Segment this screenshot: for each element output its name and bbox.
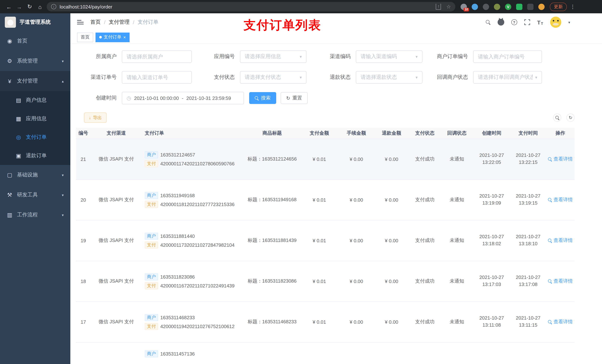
- view-detail-link[interactable]: 查看详情: [548, 319, 573, 325]
- search-button[interactable]: 搜索: [249, 92, 276, 104]
- cell-create-time: 2021-10-2713:11:08: [473, 302, 510, 342]
- date-start-value: 2021-10-01 00:00:00: [134, 95, 179, 101]
- cell-create-time: 2021-10-2713:18:02: [473, 220, 510, 261]
- sidebar-item-merchant-info[interactable]: ▤ 商户信息: [0, 91, 70, 110]
- tab-pay-order[interactable]: 支付订单 ×: [96, 32, 129, 42]
- cell-notify: 未通知: [441, 302, 473, 342]
- help-icon[interactable]: ?: [511, 19, 517, 25]
- address-bar[interactable]: i localhost:1024/pay/order ↑ ☆: [47, 2, 455, 11]
- pay-tag: 支付: [145, 160, 158, 167]
- col-refund: 退款金额: [374, 128, 409, 139]
- select-placeholder: 请选择退款状态: [361, 74, 413, 81]
- cell-actions: 查看详情: [546, 220, 575, 261]
- browser-update-button[interactable]: 更新: [550, 2, 567, 11]
- home-icon[interactable]: ⌂: [35, 3, 45, 10]
- chevron-up-icon: ▴: [62, 79, 64, 83]
- sidebar-item-label: 退款订单: [26, 152, 47, 159]
- channel-order-no-field[interactable]: [127, 74, 187, 80]
- refund-icon: ▣: [16, 152, 22, 159]
- extension-icon[interactable]: [472, 3, 478, 10]
- refund-status-select[interactable]: 请选择退款状态 ▾: [356, 71, 422, 83]
- yen-icon: ¥: [7, 78, 13, 84]
- avatar-dropdown-icon[interactable]: ▾: [568, 20, 570, 24]
- pay-no: 4200001181202110277723215336: [160, 201, 235, 207]
- sidebar-item-pay-order[interactable]: ◎ 支付订单: [0, 128, 70, 146]
- table-row: 17 微信 JSAPI 支付 商户1635311468233 支付4200001…: [76, 302, 575, 342]
- github-icon[interactable]: [497, 19, 504, 26]
- bookmark-star-icon[interactable]: ☆: [446, 4, 451, 10]
- sidebar-item-dev-tools[interactable]: ⚒ 研发工具 ▾: [0, 185, 70, 205]
- search-icon: [548, 239, 552, 242]
- col-create-time: 创建时间: [473, 128, 510, 139]
- merchant-input[interactable]: [122, 50, 192, 63]
- cell-pay-order: 商户1635312124657 支付4200001174202110278060…: [142, 139, 244, 179]
- search-icon[interactable]: [485, 20, 490, 25]
- sidebar-item-app-info[interactable]: ▦ 应用信息: [0, 110, 70, 128]
- view-detail-link[interactable]: 查看详情: [548, 197, 573, 203]
- sidebar-item-infrastructure[interactable]: ▢ 基础设施 ▾: [0, 165, 70, 185]
- sidebar-item-label: 工作流程: [17, 212, 38, 218]
- export-button[interactable]: ↓ 导出: [84, 113, 107, 123]
- extension-icon[interactable]: [538, 3, 545, 10]
- sidebar-toggle-icon[interactable]: [77, 20, 84, 24]
- user-avatar[interactable]: [550, 17, 561, 28]
- sidebar-item-refund-order[interactable]: ▣ 退款订单: [0, 146, 70, 165]
- extension-icon[interactable]: 10: [461, 3, 467, 10]
- url-text[interactable]: localhost:1024/pay/order: [60, 4, 436, 10]
- reset-button[interactable]: ↻ 重置: [281, 92, 308, 104]
- sidebar-item-system[interactable]: ⚙ 系统管理 ▾: [0, 51, 70, 71]
- cell-title: 标题：1635311949168: [244, 179, 300, 220]
- search-icon: [548, 157, 552, 161]
- share-icon[interactable]: ↑: [436, 4, 441, 10]
- cell-amount: ¥ 0.01: [300, 302, 339, 342]
- page-title-annotation: 支付订单列表: [244, 17, 321, 34]
- extension-icon[interactable]: [516, 3, 522, 10]
- browser-menu-icon[interactable]: ⋮: [570, 4, 575, 10]
- notify-status-select[interactable]: 请选择订单回调商户状态 ▾: [473, 71, 542, 83]
- close-icon[interactable]: ×: [123, 35, 126, 40]
- refresh-table-button[interactable]: ↻: [567, 114, 575, 122]
- forward-icon[interactable]: →: [14, 3, 24, 10]
- view-detail-link[interactable]: 查看详情: [548, 237, 573, 244]
- merchant-no: 1635311881440: [160, 233, 195, 239]
- select-placeholder: 请输入渠道编码: [361, 53, 413, 60]
- toggle-search-button[interactable]: [553, 114, 561, 122]
- app-logo[interactable]: 芋道管理系统: [0, 13, 70, 31]
- breadcrumb-payment[interactable]: 支付管理: [109, 19, 129, 26]
- sidebar-item-workflow[interactable]: ▥ 工作流程 ▾: [0, 205, 70, 225]
- merchant-order-no-input[interactable]: [473, 50, 542, 63]
- view-detail-link[interactable]: 查看详情: [548, 156, 573, 162]
- extension-icon[interactable]: [494, 3, 500, 10]
- extension-icon[interactable]: V: [505, 3, 511, 10]
- sidebar-item-home[interactable]: ◉ 首页: [0, 31, 70, 51]
- view-detail-link[interactable]: 查看详情: [548, 278, 573, 284]
- tab-home[interactable]: 首页: [77, 32, 93, 42]
- site-info-icon[interactable]: i: [51, 4, 56, 9]
- reload-icon[interactable]: ↻: [24, 3, 35, 10]
- font-size-icon[interactable]: TT: [537, 19, 543, 25]
- sidebar-item-label: 研发工具: [17, 192, 38, 198]
- breadcrumb-home[interactable]: 首页: [90, 19, 101, 26]
- cell-title: 标题：1635311823086: [244, 261, 300, 302]
- merchant-tag: 商户: [145, 192, 158, 199]
- extension-icon[interactable]: [483, 3, 489, 10]
- fullscreen-icon[interactable]: [524, 19, 530, 25]
- channel-code-select[interactable]: 请输入渠道编码 ▾: [356, 50, 422, 63]
- sidebar-item-payment[interactable]: ¥ 支付管理 ▴: [0, 71, 70, 91]
- chevron-down-icon: ▾: [300, 75, 302, 80]
- filter-label-channel-order-no: 渠道订单号: [84, 74, 122, 81]
- merchant-input-field[interactable]: [127, 54, 187, 60]
- app-no-select[interactable]: 请选择应用信息 ▾: [240, 50, 307, 63]
- pay-tag: 支付: [145, 282, 158, 289]
- extension-icon[interactable]: [527, 3, 534, 10]
- cell-amount: ¥ 0.01: [300, 261, 339, 302]
- cell-status: 支付成功: [409, 179, 441, 220]
- back-icon[interactable]: ←: [4, 3, 14, 10]
- pay-status-select[interactable]: 请选择支付状态 ▾: [240, 71, 307, 83]
- breadcrumb: 首页 / 支付管理 / 支付订单: [90, 19, 159, 26]
- cell-notify: 未通知: [441, 139, 473, 179]
- merchant-order-no-field[interactable]: [478, 54, 537, 60]
- payment-submenu: ▤ 商户信息 ▦ 应用信息 ◎ 支付订单 ▣ 退款订单: [0, 91, 70, 165]
- create-time-range-picker[interactable]: ◷ 2021-10-01 00:00:00 - 2021-10-31 23:59…: [122, 92, 244, 104]
- channel-order-no-input[interactable]: [122, 71, 192, 83]
